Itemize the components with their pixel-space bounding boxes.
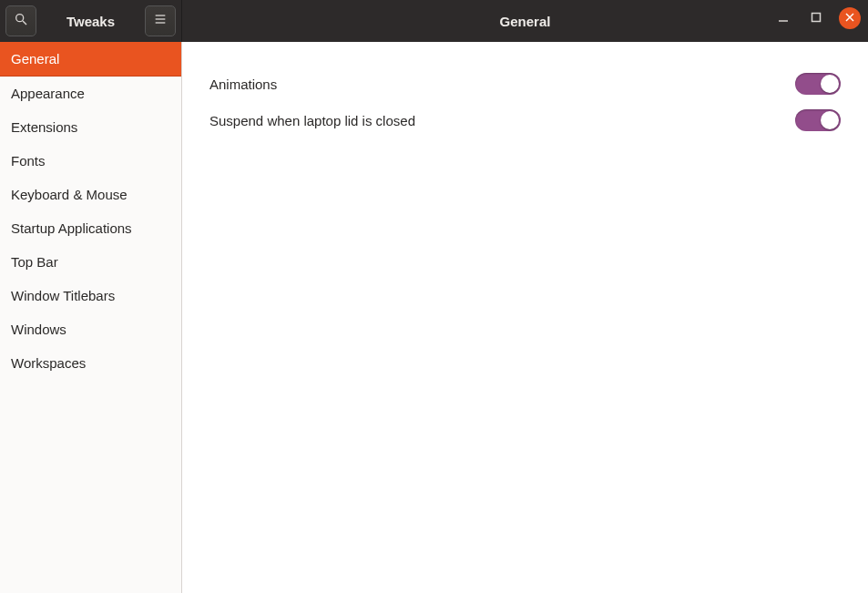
hamburger-icon — [153, 12, 168, 30]
setting-toggle[interactable] — [795, 109, 841, 131]
setting-row: Animations — [209, 69, 841, 106]
titlebar: Tweaks General — [0, 0, 868, 42]
svg-rect-6 — [812, 14, 821, 22]
window: Tweaks General Genera — [0, 0, 868, 593]
search-icon — [14, 12, 28, 30]
sidebar-item-extensions[interactable]: Extensions — [0, 110, 181, 144]
maximize-button[interactable] — [806, 8, 826, 28]
minimize-icon — [778, 10, 789, 26]
menu-button[interactable] — [145, 5, 176, 36]
app-title: Tweaks — [36, 14, 145, 29]
sidebar-item-windows[interactable]: Windows — [0, 312, 181, 346]
svg-point-0 — [16, 15, 24, 22]
sidebar-item-appearance[interactable]: Appearance — [0, 77, 181, 110]
toggle-knob — [821, 75, 839, 93]
setting-toggle[interactable] — [795, 73, 841, 95]
sidebar-item-keyboard-mouse[interactable]: Keyboard & Mouse — [0, 178, 181, 211]
toggle-knob — [821, 111, 839, 129]
setting-label: Animations — [209, 77, 277, 92]
page-title: General — [500, 14, 551, 29]
titlebar-main: General — [182, 0, 868, 42]
setting-row: Suspend when laptop lid is closed — [209, 106, 841, 142]
sidebar: GeneralAppearanceExtensionsFontsKeyboard… — [0, 42, 182, 593]
sidebar-item-general[interactable]: General — [0, 42, 181, 77]
close-icon — [844, 10, 855, 26]
setting-label: Suspend when laptop lid is closed — [209, 113, 415, 128]
sidebar-item-workspaces[interactable]: Workspaces — [0, 346, 181, 380]
sidebar-item-window-titlebars[interactable]: Window Titlebars — [0, 279, 181, 312]
search-button[interactable] — [5, 5, 36, 36]
sidebar-item-top-bar[interactable]: Top Bar — [0, 245, 181, 279]
sidebar-item-startup-applications[interactable]: Startup Applications — [0, 211, 181, 245]
maximize-icon — [811, 10, 822, 26]
close-button[interactable] — [839, 7, 861, 29]
titlebar-sidebar-header: Tweaks — [0, 0, 182, 42]
minimize-button[interactable] — [773, 8, 793, 28]
body: GeneralAppearanceExtensionsFontsKeyboard… — [0, 42, 868, 593]
sidebar-item-fonts[interactable]: Fonts — [0, 144, 181, 178]
content-panel: AnimationsSuspend when laptop lid is clo… — [182, 42, 868, 593]
svg-line-1 — [23, 21, 26, 25]
window-controls — [773, 7, 861, 29]
